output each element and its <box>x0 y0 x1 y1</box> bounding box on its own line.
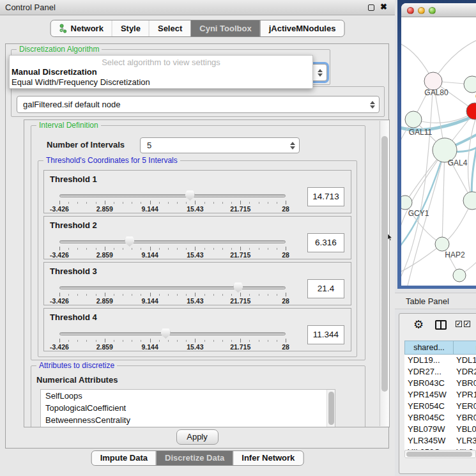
table-cell[interactable]: YBR0 <box>453 412 476 424</box>
table-cell[interactable]: YDL19... <box>404 355 453 366</box>
apply-button[interactable]: Apply <box>176 429 219 445</box>
threshold-slider[interactable]: -3.4262.8599.14415.4321.71528 <box>54 280 291 303</box>
threshold-slider[interactable]: -3.4262.8599.14415.4321.71528 <box>54 234 291 257</box>
minimize-traffic-light[interactable] <box>418 7 425 14</box>
table-row[interactable]: YPR145WYPR1 <box>404 389 476 401</box>
threshold-slider[interactable]: -3.4262.8599.14415.4321.71528 <box>54 188 291 211</box>
dropdown-option-equal-width[interactable]: Equal Width/Frequency Discretization <box>10 77 312 88</box>
table-row[interactable]: YBL079WYBL0 <box>404 424 476 435</box>
slider-track[interactable] <box>59 332 286 335</box>
control-panel: Control Panel ✖ Network Style Select <box>0 0 395 476</box>
network-edge[interactable] <box>401 244 442 273</box>
threshold-value-field[interactable]: 6.316 <box>307 233 344 252</box>
gear-icon[interactable]: ⚙ <box>413 319 424 330</box>
column-header-shared-name[interactable]: shared... <box>404 341 453 355</box>
network-canvas[interactable]: GAL80GACGAL11GAL4GCY1HHAP2 <box>401 17 476 286</box>
number-of-intervals-spinner[interactable]: 5 <box>140 137 300 153</box>
table-horizontal-scrollbar[interactable] <box>404 450 476 458</box>
tab-jactivemnodules[interactable]: jActiveMNodules <box>260 20 344 36</box>
dropdown-hint[interactable]: Select algorithm to view settings <box>10 56 312 67</box>
tab-cyni-toolbox[interactable]: Cyni Toolbox <box>190 20 259 36</box>
network-node[interactable] <box>435 237 449 251</box>
table-cell[interactable]: YER0 <box>453 401 476 412</box>
tab-jactivemnodules-label: jActiveMNodules <box>269 24 336 33</box>
table-cell[interactable]: YBR0 <box>453 378 476 389</box>
table-row[interactable]: YLR345WYLR3 <box>404 435 476 447</box>
tab-style[interactable]: Style <box>112 20 149 36</box>
threshold-value-field[interactable]: 11.344 <box>307 325 344 344</box>
network-graph: GAL80GACGAL11GAL4GCY1HHAP2 <box>401 17 476 286</box>
slider-thumb[interactable] <box>233 282 243 293</box>
network-edge[interactable] <box>413 111 475 123</box>
network-node[interactable] <box>464 76 476 93</box>
network-node[interactable] <box>453 269 466 282</box>
slider-track[interactable] <box>59 286 286 289</box>
table-row[interactable]: YBR043CYBR0 <box>404 378 476 389</box>
attributes-groupbox: Attributes to discretize Numerical Attri… <box>31 365 365 427</box>
table-cell[interactable]: YBL079W <box>404 424 453 435</box>
tab-network[interactable]: Network <box>51 20 112 36</box>
slider-ticks <box>59 201 286 205</box>
table-cell[interactable]: YBL0 <box>453 424 476 435</box>
attributes-list-scrollbar[interactable] <box>326 390 335 427</box>
slider-thumb[interactable] <box>185 190 195 201</box>
table-cell[interactable]: YPR145W <box>404 389 453 401</box>
table-data-combobox[interactable]: galFiltered.sif default node <box>17 96 380 113</box>
close-traffic-light[interactable] <box>407 7 414 14</box>
table-cell[interactable]: YDR27... <box>404 366 453 378</box>
tab-infer-network[interactable]: Infer Network <box>233 451 303 465</box>
network-node[interactable] <box>401 196 412 210</box>
network-node[interactable] <box>463 192 476 210</box>
network-edge[interactable] <box>401 150 445 234</box>
table-cell[interactable]: YLR345W <box>404 435 453 447</box>
algorithm-dropdown-popup: Select algorithm to view settings Manual… <box>9 55 313 89</box>
network-window: GAL80GACGAL11GAL4GCY1HHAP2 <box>401 3 476 286</box>
table-data-groupbox: Table Data galFiltered.sif default node <box>11 86 385 117</box>
split-columns-icon[interactable] <box>435 320 447 330</box>
network-node[interactable] <box>405 111 422 128</box>
thresholds-group-label: Threshold's Coordinates for 5 Intervals <box>43 156 180 165</box>
threshold-value-field[interactable]: 21.4 <box>307 279 344 298</box>
tab-impute-data[interactable]: Impute Data <box>92 451 156 465</box>
attribute-item[interactable]: SelfLoops <box>41 390 335 402</box>
tab-select[interactable]: Select <box>149 20 190 36</box>
tab-discretize-data[interactable]: Discretize Data <box>156 451 233 465</box>
attribute-item[interactable]: TopologicalCoefficient <box>41 402 335 414</box>
table-cell[interactable]: YDL1 <box>453 355 476 366</box>
float-panel-icon[interactable] <box>368 4 374 11</box>
node-table: shared... na YDL19...YDL1YDR27...YDR2YBR… <box>404 341 476 458</box>
table-row[interactable]: YDL19...YDL1 <box>404 355 476 366</box>
table-row[interactable]: YDR27...YDR2 <box>404 366 476 378</box>
table-row[interactable]: YBR045CYBR0 <box>404 412 476 424</box>
network-node-label: GAL80 <box>424 88 449 97</box>
slider-thumb[interactable] <box>161 328 171 339</box>
slider-thumb[interactable] <box>125 236 134 247</box>
top-tabbar: Network Style Select Cyni Toolbox jActiv… <box>50 20 345 37</box>
table-cell[interactable]: YPR1 <box>453 389 476 401</box>
table-row[interactable]: YER054CYER0 <box>404 401 476 412</box>
network-node-label: GAL4 <box>448 158 468 167</box>
network-edge[interactable] <box>442 150 445 244</box>
dropdown-option-manual[interactable]: Manual Discretization <box>10 67 312 77</box>
attribute-item[interactable]: BetweennessCentrality <box>41 414 335 426</box>
checkbox-icon[interactable]: ✓ <box>464 321 470 327</box>
algorithm-group-label: Discretization Algorithm <box>17 45 102 54</box>
table-cell[interactable]: YDR2 <box>453 366 476 378</box>
table-cell[interactable]: YER054C <box>404 401 453 412</box>
threshold-slider[interactable]: -3.4262.8599.14415.4321.71528 <box>54 326 291 349</box>
slider-track[interactable] <box>59 240 286 243</box>
settings-vertical-scrollbar[interactable] <box>380 121 389 426</box>
slider-track[interactable] <box>59 194 286 197</box>
threshold-value-field[interactable]: 14.713 <box>307 187 344 206</box>
zoom-traffic-light[interactable] <box>429 7 436 14</box>
table-cell[interactable]: YBR045C <box>404 412 453 424</box>
table-toolbar: ⚙ ✓ ✓ <box>399 314 476 337</box>
numerical-attributes-list[interactable]: SelfLoopsTopologicalCoefficientBetweenne… <box>40 389 335 427</box>
table-cell[interactable]: YLR3 <box>453 435 476 447</box>
tab-style-label: Style <box>121 24 141 33</box>
table-cell[interactable]: YBR043C <box>404 378 453 389</box>
column-header-name[interactable]: na <box>453 341 476 355</box>
network-node[interactable] <box>424 72 442 90</box>
close-icon[interactable]: ✖ <box>380 2 387 12</box>
checkbox-icon[interactable]: ✓ <box>456 321 462 327</box>
